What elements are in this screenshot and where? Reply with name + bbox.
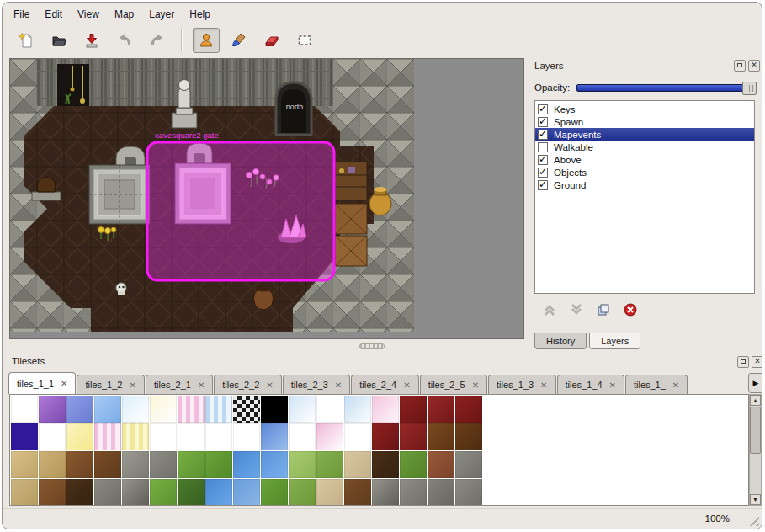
tileset-tile[interactable] bbox=[261, 396, 288, 423]
tab-close-icon[interactable]: ✕ bbox=[403, 380, 410, 390]
tileset-tile[interactable] bbox=[39, 396, 66, 423]
tileset-grid[interactable] bbox=[9, 394, 749, 506]
tileset-tile[interactable] bbox=[122, 451, 149, 478]
resize-grip-icon[interactable] bbox=[746, 513, 759, 526]
tileset-tile[interactable] bbox=[66, 479, 93, 506]
layer-visibility-checkbox[interactable] bbox=[538, 130, 548, 140]
tileset-tile[interactable] bbox=[428, 451, 454, 478]
tileset-tab[interactable]: tiles_1_4✕ bbox=[557, 375, 624, 394]
tool-open[interactable] bbox=[45, 28, 72, 53]
tileset-tile[interactable] bbox=[66, 451, 93, 478]
tileset-tile[interactable] bbox=[289, 396, 316, 423]
tileset-tile[interactable] bbox=[122, 396, 149, 423]
tool-redo[interactable] bbox=[144, 28, 171, 53]
tileset-scrollbar[interactable]: ▲ ▼ bbox=[749, 394, 762, 506]
map-svg[interactable]: north cavesquare2 gate bbox=[10, 59, 414, 332]
layer-row[interactable]: Spawn bbox=[535, 115, 754, 128]
menu-item-view[interactable]: View bbox=[70, 6, 107, 23]
tileset-tile[interactable] bbox=[233, 396, 260, 423]
lower-layer-button[interactable] bbox=[570, 303, 583, 320]
tab-close-icon[interactable]: ✕ bbox=[540, 380, 547, 390]
splitter-grip-icon[interactable] bbox=[359, 343, 385, 349]
layer-row[interactable]: Objects bbox=[535, 166, 754, 178]
tab-close-icon[interactable]: ✕ bbox=[266, 380, 273, 390]
tileset-tile[interactable] bbox=[178, 396, 205, 423]
tileset-tile[interactable] bbox=[289, 479, 316, 506]
tileset-tile[interactable] bbox=[316, 479, 343, 506]
tileset-tile[interactable] bbox=[66, 423, 93, 450]
panel-tab-layers[interactable]: Layers bbox=[589, 332, 640, 349]
layer-visibility-checkbox[interactable] bbox=[538, 180, 548, 190]
tileset-tile[interactable] bbox=[316, 423, 343, 450]
tileset-tile[interactable] bbox=[400, 479, 427, 506]
tileset-tile[interactable] bbox=[11, 451, 38, 478]
tab-close-icon[interactable]: ✕ bbox=[129, 380, 135, 390]
tileset-tile[interactable] bbox=[11, 479, 38, 506]
tileset-tile[interactable] bbox=[94, 423, 121, 450]
tileset-tile[interactable] bbox=[178, 479, 205, 506]
tileset-tile[interactable] bbox=[178, 451, 205, 478]
menu-item-layer[interactable]: Layer bbox=[141, 6, 182, 23]
close-panel-button[interactable]: ✕ bbox=[748, 60, 760, 72]
tab-scroll-right-button[interactable]: ▶ bbox=[748, 373, 762, 393]
tileset-tile[interactable] bbox=[205, 479, 232, 506]
tileset-tile[interactable] bbox=[316, 451, 343, 478]
tileset-tab[interactable]: tiles_1_2✕ bbox=[77, 375, 144, 394]
opacity-slider-handle[interactable] bbox=[742, 82, 757, 95]
tool-undo[interactable] bbox=[111, 28, 138, 53]
tileset-tile[interactable] bbox=[455, 396, 482, 423]
tileset-tile[interactable] bbox=[122, 479, 149, 506]
tileset-tile[interactable] bbox=[150, 479, 177, 506]
tileset-tile[interactable] bbox=[39, 479, 66, 506]
close-panel-button[interactable]: ✕ bbox=[752, 356, 762, 368]
float-panel-button[interactable] bbox=[734, 60, 746, 72]
layer-visibility-checkbox[interactable] bbox=[538, 155, 548, 165]
tileset-tile[interactable] bbox=[428, 423, 454, 450]
tileset-tile[interactable] bbox=[400, 396, 427, 423]
horizontal-splitter[interactable] bbox=[9, 341, 524, 351]
tool-brush[interactable] bbox=[226, 28, 252, 53]
tileset-tile[interactable] bbox=[39, 451, 66, 478]
tileset-tile[interactable] bbox=[372, 423, 399, 450]
layer-list[interactable]: KeysSpawnMapeventsWalkableAboveObjectsGr… bbox=[534, 100, 755, 294]
menu-item-help[interactable]: Help bbox=[182, 6, 218, 23]
tileset-tab[interactable]: tiles_2_1✕ bbox=[146, 375, 213, 394]
layer-visibility-checkbox[interactable] bbox=[538, 142, 548, 152]
tileset-tile[interactable] bbox=[261, 479, 288, 506]
tileset-tile[interactable] bbox=[428, 479, 454, 506]
menu-item-file[interactable]: File bbox=[6, 6, 37, 23]
tileset-tile[interactable] bbox=[344, 396, 371, 423]
tileset-tab[interactable]: tiles_1_1✕ bbox=[8, 372, 76, 394]
float-panel-button[interactable] bbox=[737, 356, 749, 368]
tileset-tile[interactable] bbox=[150, 396, 177, 423]
tileset-tile[interactable] bbox=[455, 451, 482, 478]
tileset-tile[interactable] bbox=[261, 451, 288, 478]
tileset-tile[interactable] bbox=[372, 451, 399, 478]
tool-stamp[interactable] bbox=[193, 28, 220, 53]
tileset-tile[interactable] bbox=[400, 423, 427, 450]
tileset-tile[interactable] bbox=[66, 396, 93, 423]
tileset-tile[interactable] bbox=[94, 451, 121, 478]
tab-close-icon[interactable]: ✕ bbox=[335, 380, 342, 390]
tool-eraser[interactable] bbox=[258, 28, 285, 53]
layer-row[interactable]: Above bbox=[535, 153, 754, 166]
scroll-down-button[interactable]: ▼ bbox=[750, 494, 761, 505]
tileset-tile[interactable] bbox=[233, 451, 260, 478]
tileset-tile[interactable] bbox=[94, 396, 121, 423]
tool-new[interactable] bbox=[13, 28, 40, 53]
layers-panel-titlebar[interactable]: Layers ✕ bbox=[528, 58, 762, 75]
tileset-tile[interactable] bbox=[11, 423, 38, 450]
tileset-tab[interactable]: tiles_2_5✕ bbox=[420, 375, 487, 394]
tool-save[interactable] bbox=[78, 28, 105, 53]
tileset-tile[interactable] bbox=[289, 451, 316, 478]
tileset-tile[interactable] bbox=[11, 396, 38, 423]
layer-visibility-checkbox[interactable] bbox=[538, 104, 548, 114]
scrollbar-thumb[interactable] bbox=[750, 407, 761, 454]
menu-item-map[interactable]: Map bbox=[107, 6, 141, 23]
duplicate-layer-button[interactable] bbox=[597, 303, 610, 320]
tileset-tile[interactable] bbox=[289, 423, 316, 450]
tileset-tile[interactable] bbox=[400, 451, 427, 478]
tileset-tile[interactable] bbox=[344, 479, 371, 506]
tileset-tile[interactable] bbox=[39, 423, 66, 450]
tileset-tile[interactable] bbox=[94, 479, 121, 506]
